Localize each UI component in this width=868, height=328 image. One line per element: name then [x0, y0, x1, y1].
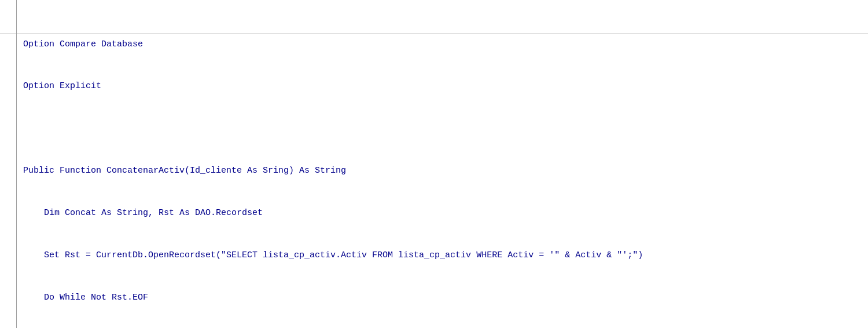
empty-line-1	[23, 122, 861, 136]
line-set-rst: Set Rst = CurrentDb.OpenRecordset("SELEC…	[23, 249, 861, 263]
code-block: Option Compare Database Option Explicit …	[0, 5, 868, 328]
line-option-explicit: Option Explicit	[23, 79, 861, 93]
line-public-function: Public Function ConcatenarActiv(Id_clien…	[23, 164, 861, 178]
line-option-compare: Option Compare Database	[23, 38, 861, 52]
code-editor: Option Compare Database Option Explicit …	[0, 0, 868, 328]
line-dim: Dim Concat As String, Rst As DAO.Records…	[23, 206, 861, 220]
line-do-while: Do While Not Rst.EOF	[23, 291, 861, 305]
divider-top	[0, 34, 868, 34]
divider-left	[16, 0, 17, 328]
